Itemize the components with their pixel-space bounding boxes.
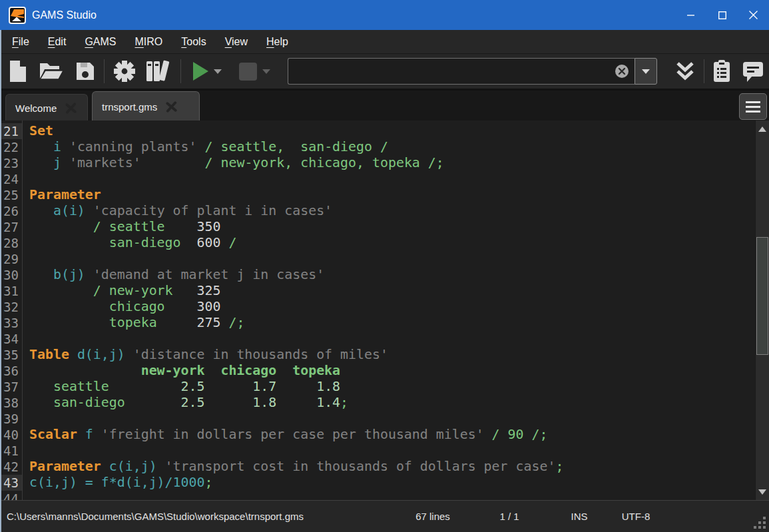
scroll-up-button[interactable] (756, 122, 768, 136)
line-number: 21 (0, 123, 22, 139)
model-library-button[interactable] (144, 59, 172, 83)
menu-edit[interactable]: Edit (47, 36, 68, 48)
open-file-button[interactable] (39, 61, 64, 81)
minimize-icon (687, 11, 695, 19)
line-number-gutter: 2122232425262728293031323334353637383940… (0, 121, 23, 501)
menu-tools[interactable]: Tools (180, 36, 207, 48)
input-mode: INS (549, 511, 609, 522)
scroll-down-button[interactable] (756, 485, 768, 499)
tab-list-menu-button[interactable] (739, 93, 767, 120)
line-number: 24 (0, 171, 22, 187)
line-number: 23 (0, 155, 22, 171)
toolbar-separator (104, 59, 105, 83)
line-number: 34 (0, 331, 22, 347)
menu-gams[interactable]: GAMS (83, 36, 117, 48)
line-number: 29 (0, 251, 22, 267)
close-button[interactable] (738, 0, 769, 30)
model-library-icon (144, 59, 172, 83)
run-options-button[interactable] (208, 69, 222, 74)
line-number: 28 (0, 235, 22, 251)
window-left-edge (0, 30, 1, 532)
line-number: 39 (0, 411, 22, 427)
close-tab-icon[interactable] (65, 102, 77, 115)
scroll-up-icon (758, 127, 766, 132)
close-tab-icon[interactable] (165, 101, 178, 113)
save-button[interactable] (75, 61, 96, 82)
run-icon (193, 62, 208, 81)
comment-button[interactable] (742, 60, 764, 83)
menu-file[interactable]: File (11, 36, 31, 48)
line-number: 30 (0, 267, 22, 283)
stop-icon (239, 63, 257, 81)
code-line: seattle 2.5 1.7 1.8 (29, 379, 756, 395)
encoding: UTF-8 (609, 511, 662, 522)
toolbar-search (288, 58, 657, 85)
code-line: Parameter c(i,j) 'transport cost in thou… (29, 459, 756, 475)
line-number: 38 (0, 395, 22, 411)
window-controls (675, 0, 769, 30)
code-line: Parameter (29, 187, 756, 203)
resize-grip-icon[interactable] (752, 515, 767, 530)
line-number: 41 (0, 443, 22, 459)
code-area[interactable]: Set i 'canning plants' / seattle, san-di… (23, 121, 756, 501)
minimize-button[interactable] (675, 0, 706, 30)
run-options-caret-icon (214, 69, 222, 74)
tab-trnsport-gms[interactable]: trnsport.gms (92, 91, 200, 121)
process-log-icon (712, 59, 732, 83)
maximize-icon (718, 11, 726, 19)
line-number: 26 (0, 203, 22, 219)
line-count: 67 lines (396, 511, 469, 522)
comment-icon (742, 60, 764, 83)
stop-options-button[interactable] (257, 69, 270, 74)
code-line (29, 251, 756, 267)
search-dropdown-button[interactable] (635, 58, 657, 85)
run-button[interactable] (193, 62, 208, 81)
line-number: 33 (0, 315, 22, 331)
code-line: topeka 275 /; (29, 315, 756, 331)
code-line: c(i,j) = f*d(i,j)/1000; (29, 475, 756, 491)
line-number: 32 (0, 299, 22, 315)
menu-miro[interactable]: MIRO (134, 36, 164, 48)
code-editor[interactable]: 2122232425262728293031323334353637383940… (0, 121, 769, 501)
vertical-scrollbar[interactable] (755, 121, 769, 501)
code-line: Set (29, 123, 756, 139)
menubar: FileEditGAMSMIROToolsViewHelp (0, 30, 769, 54)
scrollbar-thumb[interactable] (756, 237, 768, 355)
tab-welcome[interactable]: Welcome (5, 94, 88, 121)
code-line (29, 491, 756, 501)
code-line (29, 171, 756, 187)
toolbar-separator (180, 59, 181, 83)
process-log-button[interactable] (712, 59, 732, 83)
line-number: 42 (0, 459, 22, 475)
code-line: / new-york 325 (29, 283, 756, 299)
code-line: san-diego 2.5 1.8 1.4; (29, 395, 756, 411)
line-number: 27 (0, 219, 22, 235)
search-dropdown-caret-icon (642, 69, 650, 74)
new-file-icon (8, 60, 28, 83)
line-number: 40 (0, 427, 22, 443)
code-line: Table d(i,j) 'distance in thousands of m… (29, 347, 756, 363)
close-icon (749, 11, 758, 19)
clear-search-icon (615, 64, 629, 79)
stop-button[interactable] (239, 63, 257, 81)
new-file-button[interactable] (8, 60, 28, 83)
maximize-button[interactable] (706, 0, 738, 30)
hamburger-icon (746, 101, 760, 103)
code-line (29, 411, 756, 427)
menu-help[interactable]: Help (265, 36, 290, 48)
menu-view[interactable]: View (224, 36, 249, 48)
stop-options-caret-icon (262, 69, 270, 74)
line-number: 43 (0, 475, 22, 491)
show-output-button[interactable] (674, 61, 696, 81)
window-title: GAMS Studio (32, 9, 97, 21)
file-path: C:\Users\manns\Documents\GAMS\Studio\wor… (7, 511, 304, 522)
code-line: a(i) 'capacity of plant i in cases' (29, 203, 756, 219)
line-number: 25 (0, 187, 22, 203)
titlebar[interactable]: GAMS Studio (0, 0, 769, 30)
tab-strip: trnsport.gmsWelcome (0, 91, 769, 121)
code-line: j 'markets' / new-york, chicago, topeka … (29, 155, 756, 171)
open-file-icon (39, 61, 64, 81)
line-number: 35 (0, 347, 22, 363)
search-input[interactable] (288, 58, 635, 85)
settings-button[interactable] (113, 59, 136, 83)
